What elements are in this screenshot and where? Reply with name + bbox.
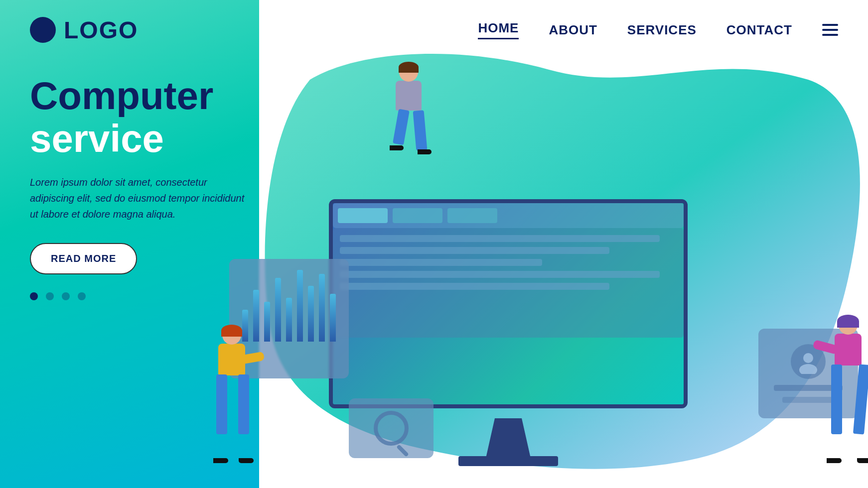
chart-bar: [264, 302, 270, 342]
screen-tab-1: [338, 208, 388, 223]
person-leg-r: [853, 364, 868, 434]
dot-3[interactable]: [62, 292, 70, 300]
read-more-button[interactable]: READ MORE: [30, 243, 137, 274]
nav-contact[interactable]: CONTACT: [726, 22, 792, 38]
chart-bar: [330, 294, 336, 342]
monitor-base: [458, 456, 558, 466]
hero-content: Computer service Lorem ipsum dolor sit a…: [30, 75, 249, 300]
hamburger-line: [822, 34, 838, 36]
content-line: [340, 259, 542, 266]
person-body: [396, 81, 422, 111]
content-line: [340, 247, 609, 254]
content-line: [340, 271, 660, 278]
chart-bar: [319, 274, 325, 342]
chart-bar: [297, 270, 303, 342]
hamburger-line: [822, 29, 838, 31]
content-line: [340, 283, 609, 290]
person-shoe-l: [827, 458, 842, 463]
person-left-figure: [204, 324, 259, 463]
chart-bar: [275, 278, 281, 342]
dot-2[interactable]: [46, 292, 54, 300]
logo-area: LOGO: [30, 16, 138, 44]
person-shoe-r: [239, 458, 254, 463]
person-hair: [837, 315, 859, 328]
dot-4[interactable]: [78, 292, 86, 300]
monitor-stand: [486, 418, 531, 458]
person-top-figure: [379, 60, 438, 179]
chart-bar: [308, 286, 314, 342]
nav-home[interactable]: HOME: [478, 20, 519, 39]
nav-services[interactable]: SERVICES: [627, 22, 697, 38]
person-shoe-r: [857, 458, 868, 463]
screen-tab-bar: [333, 203, 684, 228]
hamburger-menu[interactable]: [822, 24, 838, 36]
screen-content-panel: [333, 228, 684, 338]
illustration-area: [189, 60, 868, 488]
person-right-figure: [818, 314, 868, 463]
logo-text: LOGO: [64, 16, 138, 44]
person-leg-l: [393, 109, 410, 145]
dot-1[interactable]: [30, 292, 38, 300]
person-body: [835, 334, 862, 366]
person-shoe-l: [213, 458, 228, 463]
search-icon: [374, 411, 409, 446]
person-leg-l: [216, 374, 227, 434]
svg-point-1: [799, 364, 817, 374]
person-shoe-r: [418, 149, 432, 154]
person-leg-r: [238, 374, 249, 434]
content-line: [340, 235, 660, 242]
nav-about[interactable]: ABOUT: [549, 22, 597, 38]
person-leg-r: [413, 110, 427, 151]
navbar: LOGO HOME ABOUT SERVICES CONTACT: [0, 0, 868, 60]
monitor-screen-inner: [333, 203, 684, 404]
person-hair: [221, 325, 242, 337]
chart-bar: [286, 298, 292, 342]
logo-circle-icon: [30, 17, 56, 43]
hero-title-sub: service: [30, 118, 249, 160]
hamburger-line: [822, 24, 838, 26]
nav-links: HOME ABOUT SERVICES CONTACT: [478, 20, 838, 39]
carousel-dots: [30, 292, 249, 300]
screen-tab-2: [393, 208, 442, 223]
search-panel: [349, 398, 434, 458]
monitor-screen: [329, 199, 688, 408]
person-hair: [399, 62, 419, 73]
svg-point-0: [803, 353, 813, 363]
person-leg-l: [831, 365, 842, 434]
screen-tab-3: [447, 208, 497, 223]
hero-description: Lorem ipsum dolor sit amet, consectetur …: [30, 174, 249, 222]
person-shoe-l: [390, 145, 404, 150]
hero-title-main: Computer: [30, 75, 249, 118]
